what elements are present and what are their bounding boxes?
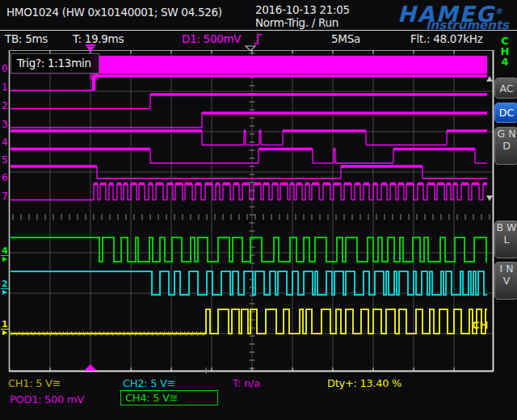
menu-button-inv[interactable]: I N V — [494, 262, 517, 300]
trigger-mode-status: Norm-Trig. / Run — [255, 16, 338, 29]
trigger-source-value[interactable]: D1: 500mV — [182, 32, 241, 45]
sample-rate-value: 5MSa — [331, 32, 360, 45]
filter-frequency-value: Flt.: 48.07kHz — [410, 32, 482, 45]
trigger-warning-label: Trig?: 1:13min — [11, 53, 99, 74]
digital-channel-label-d6[interactable]: 6 — [2, 174, 10, 183]
menu-title-ch4: C H 4 — [494, 36, 515, 67]
digital-channel-label-d2[interactable]: 2 — [2, 102, 10, 111]
datetime: 2016-10-13 21:05 — [255, 3, 350, 16]
digital-channel-label-d0[interactable]: 0 — [2, 65, 10, 74]
timebase-value[interactable]: TB: 5ms — [5, 32, 48, 45]
trigger-time-value[interactable]: T: 19.9ms — [73, 32, 124, 45]
digital-channel-label-d4[interactable]: 4 — [2, 138, 10, 147]
menu-button-bwl[interactable]: B W L — [494, 220, 517, 258]
channel-overlay-label: CH — [472, 319, 488, 331]
rising-edge-icon — [253, 33, 263, 45]
header-divider — [0, 30, 517, 31]
device-id: HMO1024 (HW 0x10140001; SW 04.526) — [6, 6, 222, 19]
footer-ch2-scale[interactable]: CH2: 5 V≅ — [123, 377, 175, 389]
footer-ch4-label: CH4: 5 V≅ — [125, 392, 178, 404]
digital-channel-label-d3[interactable]: 3 — [2, 120, 10, 129]
footer-ch4-scale-selected[interactable]: CH4: 5 V≅ — [120, 390, 218, 405]
digital-channel-label-d7[interactable]: 7 — [2, 192, 10, 201]
menu-button-ac[interactable]: AC — [494, 78, 517, 99]
footer-duty-measurement: Dty+: 13.40 % — [327, 377, 401, 389]
menu-button-dc[interactable]: DC — [494, 103, 517, 123]
digital-channel-label-d1[interactable]: 1 — [2, 83, 10, 92]
brand-registered-mark: ® — [495, 7, 502, 15]
footer-ch1-scale[interactable]: CH1: 5 V≅ — [8, 377, 61, 389]
analog-channel-ref-marker-1[interactable]: 1▶ — [1, 321, 11, 335]
oscilloscope-screen: HMO1024 (HW 0x10140001; SW 04.526) 2016-… — [0, 0, 517, 420]
footer-trigger-freq: T: n/a — [233, 377, 260, 389]
analog-channel-ref-marker-2[interactable]: 2▶ — [1, 280, 11, 295]
menu-button-gnd[interactable]: G N D — [494, 127, 517, 165]
analog-channel-ref-marker-4[interactable]: 4▶ — [1, 247, 11, 262]
digital-channel-label-d5[interactable]: 5 — [2, 156, 10, 165]
footer-pod1-scale[interactable]: POD1: 500 mV — [10, 393, 84, 405]
